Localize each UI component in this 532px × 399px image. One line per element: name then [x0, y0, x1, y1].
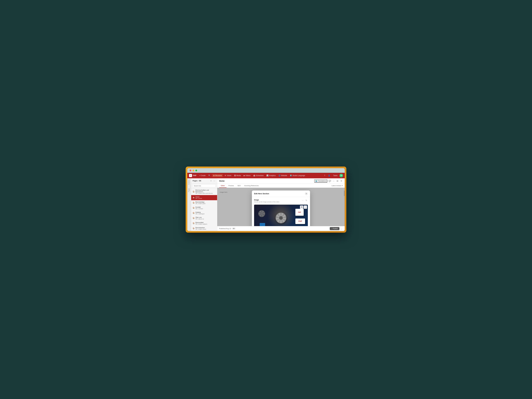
page-name-bremsscheiben: Bremsscheiben und Bremstrom... — [196, 189, 216, 193]
brake-rotor — [275, 212, 286, 223]
nav-website[interactable]: 🌐 Website — [277, 174, 288, 177]
traffic-light-minimize[interactable] — [192, 170, 194, 171]
image-field-section: Image Serves as the image preview of the… — [254, 199, 308, 226]
image-field-header: Image Serves as the image preview of the… — [254, 199, 308, 204]
nav-vision[interactable]: 👁 Vision — [223, 174, 232, 177]
image-hint: Serves as the image preview of the video — [254, 201, 279, 203]
traffic-light-maximize[interactable] — [195, 170, 197, 171]
image-more-button[interactable]: ··· — [301, 199, 304, 202]
page-list: 🏠 Bremsscheiben und Bremstrom... DE | br… — [191, 188, 217, 231]
more-pages-button[interactable]: ··· — [213, 179, 216, 182]
videos-icon: ▶ — [244, 175, 245, 177]
image-refresh-button[interactable]: ↻ — [305, 199, 308, 202]
tab-incoming-references[interactable]: Incoming References — [243, 184, 260, 188]
page-item-bremsbacken[interactable]: 🏠 Bremsbacken DE | brake-shoes — [191, 226, 217, 231]
edit-hero-modal: Edit Hero Section ✕ Image — [252, 190, 310, 226]
status-more-button[interactable]: ... — [340, 227, 343, 230]
tab-preview[interactable]: Preview — [227, 184, 235, 188]
home-icon-bremsscheiben: 🏠 — [193, 191, 195, 193]
top-navigation: F FAP + Create 🔍 ⊞ Structure 👁 Vision 🖼 … — [187, 173, 345, 178]
publish-button[interactable]: ↑ Publish — [330, 227, 339, 230]
pages-label[interactable]: Pages — [187, 186, 191, 194]
page-item-katalog[interactable]: 🏠 Katalog DE | catalogue — [191, 210, 217, 215]
schedules-icon: 📅 — [253, 175, 255, 177]
fap-logo-large: FAP — [295, 218, 305, 224]
page-item-bremsbelaege[interactable]: 🏠 Bremsbeläge DE | brake-pads — [191, 200, 217, 205]
translations-button[interactable]: 🌍 Translations — [314, 179, 327, 183]
page-slug-katalog: DE | catalogue — [196, 213, 204, 215]
image-label-group: Image Serves as the image preview of the… — [254, 199, 279, 204]
more-content-button[interactable]: ··· — [332, 180, 335, 182]
publish-label: Publish — [333, 228, 338, 229]
content-page-title: Home — [219, 180, 225, 182]
translations-label: Translations — [318, 180, 326, 182]
nav-media[interactable]: 🖼 Media — [233, 174, 242, 177]
home-icon-bremsbacken: 🏠 — [193, 227, 195, 229]
status-bar: Published Aug 12 de ↑ Publish ... — [217, 226, 345, 231]
search-button[interactable]: 🔍 — [207, 174, 212, 177]
nav-schedules[interactable]: 📅 Schedules — [252, 174, 265, 177]
page-item-ueber-uns[interactable]: 🏠 Über uns DE | about-us — [191, 215, 217, 221]
content-label[interactable]: Content — [187, 178, 191, 186]
tasks-button[interactable]: Tasks — [332, 174, 339, 177]
page-item-bremssaettel[interactable]: 🏠 Bremssättel DE | brake-calipers — [191, 221, 217, 226]
image-expand-button[interactable]: ⊞ — [300, 205, 303, 209]
topnav-right: ? 👤 Tasks DS — [323, 174, 343, 177]
nav-analytics[interactable]: 📊 Analytics — [265, 174, 277, 177]
nav-videos[interactable]: ▶ Videos — [243, 174, 252, 177]
search-input[interactable] — [193, 184, 216, 187]
home-icon-kontakt: 🏠 — [193, 207, 195, 209]
help-icon: ? — [324, 175, 325, 177]
translations-icon: 🌍 — [315, 180, 317, 182]
split-view-button[interactable]: ⊟ — [336, 180, 339, 182]
page-slug-kontakt: DE | contact — [196, 208, 203, 209]
pages-header-actions: + ··· — [210, 179, 216, 182]
fap-box-small: FAP — [295, 209, 304, 216]
pages-sidebar: Pages - DE + ··· 🏠 Bremsscheiben und Bre… — [191, 178, 217, 231]
page-name-kontakt: Kontakt — [196, 206, 203, 208]
page-name-home: Home — [196, 196, 202, 198]
create-button[interactable]: + Create — [198, 174, 207, 177]
page-slug-bremsscheiben: DE | brake-discs-and-drums — [196, 193, 216, 194]
nav-studio-language[interactable]: 🌍 Studio Language — [289, 174, 306, 177]
user-button[interactable]: 👤 — [327, 174, 331, 177]
chevron-down-icon: ▾ — [342, 185, 343, 187]
close-content-button[interactable]: ✕ — [340, 180, 343, 182]
modal-header: Edit Hero Section ✕ — [252, 190, 310, 197]
analytics-label: Analytics — [269, 175, 276, 177]
home-icon-bremsbelaege: 🏠 — [193, 202, 195, 204]
page-item-kontakt[interactable]: 🏠 Kontakt DE | contact — [191, 205, 217, 210]
content-header: Home 🌍 Translations 💬 ··· ⊟ ✕ — [217, 178, 345, 184]
tab-seo[interactable]: SEO — [236, 184, 242, 188]
page-item-bremsscheiben[interactable]: 🏠 Bremsscheiben und Bremstrom... DE | br… — [191, 188, 217, 195]
content-header-right: 🌍 Translations 💬 ··· ⊟ ✕ — [314, 179, 343, 183]
page-item-home[interactable]: 🏠 Home DE | home — [191, 195, 217, 200]
main-layout: Content Pages Pages - DE + ··· — [187, 178, 345, 231]
traffic-light-close[interactable] — [190, 170, 191, 171]
publish-icon: ↑ — [331, 228, 332, 229]
add-page-button[interactable]: + — [210, 179, 212, 182]
tab-editor[interactable]: Editor — [219, 184, 227, 188]
page-name-ueber-uns: Über uns — [196, 216, 204, 218]
drum-brake — [258, 210, 265, 217]
modal-close-button[interactable]: ✕ — [305, 192, 308, 195]
comment-button[interactable]: 💬 — [328, 180, 331, 182]
page-name-bremsbacken: Bremsbacken — [196, 227, 206, 228]
pages-title: Pages - DE — [193, 180, 201, 182]
vision-label: Vision — [227, 175, 231, 177]
website-label: Website — [281, 175, 287, 177]
create-label: + Create — [199, 175, 205, 177]
image-preview-inner: FAP FAP ⊞ — [254, 205, 308, 226]
page-slug-bremsbacken: DE | brake-shoes — [196, 228, 206, 230]
published-status: Published Aug 12 — [219, 228, 231, 229]
revision-selector[interactable]: Latest revision ▾ — [331, 185, 343, 187]
modal-title: Edit Hero Section — [254, 193, 269, 195]
titlebar — [187, 168, 345, 173]
help-button[interactable]: ? — [323, 174, 326, 177]
image-edit-button[interactable]: ··· — [304, 205, 307, 209]
page-slug-home: DE | home — [196, 198, 202, 199]
tab-incoming-references-label: Incoming References — [244, 185, 259, 186]
analytics-icon: 📊 — [266, 175, 268, 177]
structure-label: Structure — [215, 175, 222, 177]
nav-structure[interactable]: ⊞ Structure — [212, 174, 223, 177]
